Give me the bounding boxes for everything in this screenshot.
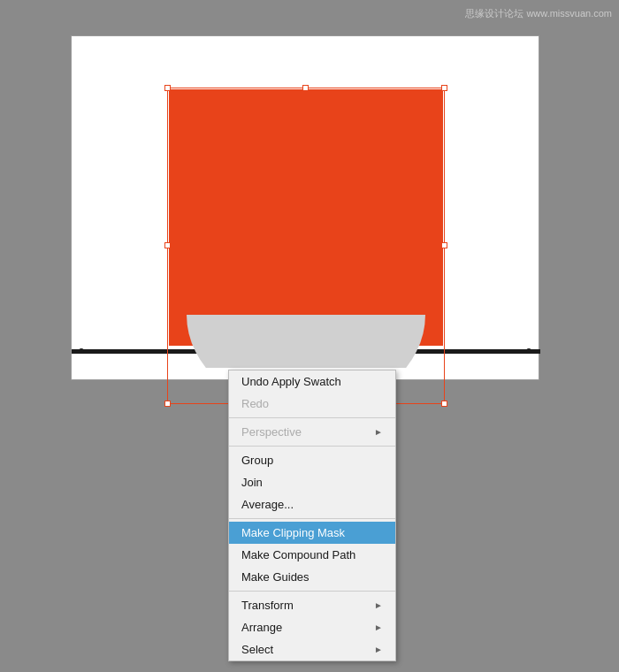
line-dot-left <box>79 348 84 354</box>
menu-divider-2 <box>229 446 395 447</box>
line-dot-right <box>526 348 531 354</box>
menu-item-redo: Redo <box>229 393 395 415</box>
menu-item-select[interactable]: Select ► <box>229 638 395 661</box>
handle-bottom-left[interactable] <box>164 401 171 407</box>
orange-rectangle <box>169 89 443 346</box>
menu-divider-1 <box>229 417 395 418</box>
canvas-area <box>71 35 539 380</box>
context-menu: Undo Apply Swatch Redo Perspective ► Gro… <box>228 370 396 661</box>
transform-arrow: ► <box>374 600 383 610</box>
handle-bottom-right[interactable] <box>441 401 447 407</box>
menu-divider-3 <box>229 518 395 519</box>
handle-top-right[interactable] <box>441 85 447 91</box>
handle-mid-right[interactable] <box>441 242 447 248</box>
watermark: 思缘设计论坛 www.missvuan.com <box>465 7 612 20</box>
menu-item-arrange[interactable]: Arrange ► <box>229 616 395 638</box>
menu-item-perspective: Perspective ► <box>229 421 395 443</box>
menu-item-group[interactable]: Group <box>229 449 395 471</box>
handle-top-center[interactable] <box>302 85 309 91</box>
menu-item-join[interactable]: Join <box>229 471 395 493</box>
menu-item-average[interactable]: Average... <box>229 493 395 515</box>
menu-divider-4 <box>229 591 395 592</box>
menu-item-make-guides[interactable]: Make Guides <box>229 566 395 588</box>
menu-item-transform[interactable]: Transform ► <box>229 594 395 616</box>
semicircle-shape <box>187 315 425 368</box>
menu-item-make-compound-path[interactable]: Make Compound Path <box>229 544 395 566</box>
perspective-arrow: ► <box>374 427 383 437</box>
menu-item-undo-apply-swatch[interactable]: Undo Apply Swatch <box>229 370 395 393</box>
menu-item-make-clipping-mask[interactable]: Make Clipping Mask <box>229 522 395 544</box>
select-arrow: ► <box>374 645 383 654</box>
handle-top-left[interactable] <box>164 85 171 91</box>
arrange-arrow: ► <box>374 622 383 632</box>
semicircle-container <box>169 315 443 368</box>
handle-mid-left[interactable] <box>164 242 171 248</box>
